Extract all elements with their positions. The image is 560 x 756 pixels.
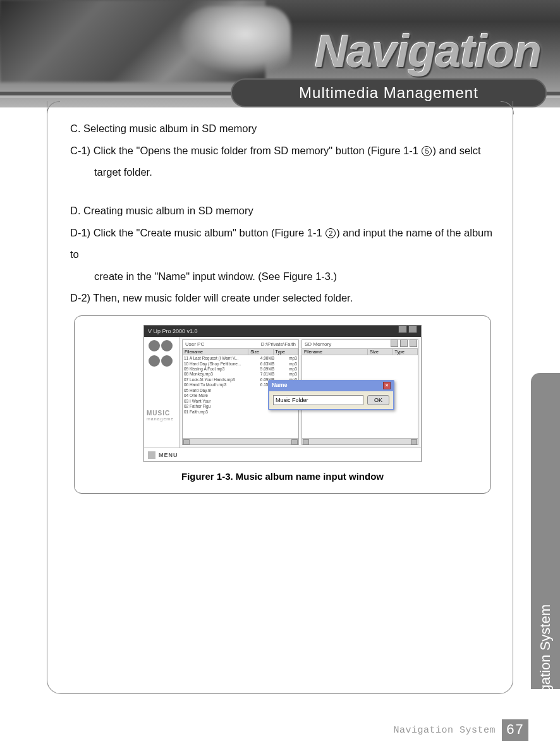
side-tab-text: Upgrading Navigation System <box>537 535 554 756</box>
col-type: Type <box>393 349 418 355</box>
footer: Navigation System 67 <box>393 719 528 741</box>
step-d2: D-2) Then, new music folder will create … <box>70 287 495 309</box>
step-d1-cont: create in the "Name" input window. (See … <box>70 265 495 288</box>
close-icon <box>408 326 417 333</box>
side-tab: Upgrading Navigation System <box>531 373 560 689</box>
window-buttons <box>397 326 417 337</box>
step-c1: C-1) Click the "Opens the music folder f… <box>70 140 495 162</box>
app-sidebar: MUSIC manageme <box>144 337 180 448</box>
right-scrollbar <box>302 438 418 444</box>
content-area: C. Selecting music album in SD memory C-… <box>47 101 513 694</box>
dialog-close-icon[interactable]: × <box>383 382 391 389</box>
tool-icon <box>410 339 417 347</box>
app-title: V Up Pro 2000 v1.0 <box>148 326 198 337</box>
section-title: Multimedia Management <box>299 84 478 102</box>
col-size: Size <box>248 349 273 355</box>
step-c1-part2: ) and selct <box>432 145 480 156</box>
minimize-icon <box>398 326 407 333</box>
circled-5-icon: 5 <box>422 146 432 156</box>
sidebar-logo-line1: MUSIC <box>147 410 174 417</box>
name-dialog: Name × OK <box>268 380 394 410</box>
step-c1-part1: C-1) Click the "Opens the music folder f… <box>70 145 421 156</box>
step-d1: D-1) Click the "Create music album" butt… <box>70 222 495 265</box>
right-panel-title: SD Memory <box>305 341 331 347</box>
name-input[interactable] <box>273 395 363 405</box>
section-d-heading: D. Creating music album in SD memory <box>70 200 495 222</box>
brand-word: Navigation <box>315 25 541 77</box>
header-banner: Navigation Multimedia Management <box>0 0 560 107</box>
step-c1-cont: target folder. <box>70 161 495 183</box>
tool-icon <box>400 339 408 347</box>
app-body: MUSIC manageme User PC D:\Private\Faith <box>144 337 421 448</box>
app-titlebar: V Up Pro 2000 v1.0 <box>144 326 421 337</box>
sidebar-logo-text: MUSIC manageme <box>147 410 174 421</box>
left-scrollbar <box>183 438 298 444</box>
menu-label: MENU <box>159 452 178 458</box>
section-c-heading: C. Selecting music album in SD memory <box>70 118 495 140</box>
sidebar-logo-line2: manageme <box>147 417 174 421</box>
tool-icon <box>391 339 398 347</box>
file-row: 09 Kissing A Fool.mp35.09MBmp3 <box>184 367 297 372</box>
file-row: 08 Monkey.mp37.01MBmp3 <box>184 372 297 377</box>
page-number: 67 <box>502 719 528 741</box>
sidebar-logo <box>148 339 176 370</box>
right-panel-columns: Filename Size Type <box>302 349 418 355</box>
circled-2-icon: 2 <box>326 228 336 238</box>
toolbar-icons <box>391 339 417 347</box>
dialog-titlebar: Name × <box>269 381 393 391</box>
col-type: Type <box>274 349 298 355</box>
figure-box: V Up Pro 2000 v1.0 MUSIC manageme <box>74 315 491 494</box>
header-photo <box>0 0 265 82</box>
step-d1-part1: D-1) Click the "Create music album" butt… <box>70 227 325 238</box>
app-menubar: MENU <box>144 448 421 461</box>
footer-label: Navigation System <box>393 725 496 736</box>
file-row: 11 A Last Request (I Want V...4.90MBmp3 <box>184 356 297 361</box>
col-filename: Filename <box>302 349 368 355</box>
dialog-title: Name <box>272 382 288 391</box>
left-panel-columns: Filename Size Type <box>183 349 298 355</box>
figure-caption: Figurer 1-3. Music album name input wind… <box>83 471 482 482</box>
screenshot: V Up Pro 2000 v1.0 MUSIC manageme <box>143 325 422 462</box>
col-filename: Filename <box>183 349 248 355</box>
file-row: 10 Hard Day (Shop Pettibone...6.63MBmp3 <box>184 362 297 367</box>
left-panel-path: D:\Private\Faith <box>261 341 296 347</box>
col-size: Size <box>368 349 393 355</box>
app-panels: User PC D:\Private\Faith Filename Size T… <box>180 337 421 448</box>
menu-icon <box>148 451 155 459</box>
left-panel-title: User PC <box>185 341 204 347</box>
body-text: C. Selecting music album in SD memory C-… <box>70 118 495 309</box>
ok-button[interactable]: OK <box>367 395 389 405</box>
